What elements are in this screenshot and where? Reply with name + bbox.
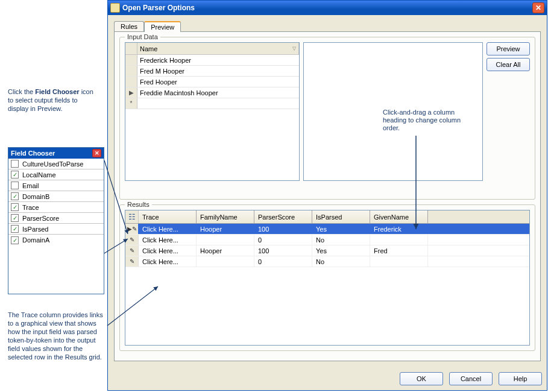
cell-familyname: Hooper (197, 245, 254, 256)
input-data-label: Input Data (125, 33, 160, 40)
results-row[interactable]: ▶✎ Click Here... Hooper 100 Yes Frederic… (125, 224, 529, 235)
field-chooser-item[interactable]: ✓DomainB (8, 191, 104, 202)
cell-givenname (370, 256, 428, 267)
tab-rules[interactable]: Rules (114, 21, 144, 32)
dialog-title: Open Parser Options (122, 4, 195, 12)
field-chooser-titlebar[interactable]: Field Chooser ✕ (8, 148, 104, 159)
field-chooser-label: CultureUsedToParse (22, 160, 84, 168)
results-group: Results ☷ Trace FamilyName ParserScore I… (119, 204, 535, 351)
row-icon: ✎ (125, 245, 139, 256)
row-marker: ▶ (125, 87, 137, 98)
field-chooser-label: DomainB (22, 193, 49, 200)
cell-trace[interactable]: Click Here... (139, 256, 197, 267)
checkbox[interactable]: ✓ (11, 236, 19, 244)
row-marker: * (125, 98, 137, 109)
row-marker (125, 55, 137, 65)
checkbox[interactable]: ✓ (11, 171, 19, 179)
tab-preview[interactable]: Preview (144, 21, 181, 32)
input-cell[interactable]: Freddie Macintosh Hooper (137, 89, 299, 96)
cell-familyname: Hooper (197, 224, 254, 234)
window-close-button[interactable]: ✕ (532, 2, 544, 13)
cell-givenname: Fred (370, 245, 428, 256)
results-col-isparsed[interactable]: IsParsed (312, 210, 370, 223)
cell-familyname (197, 256, 254, 267)
checkbox[interactable] (11, 160, 19, 168)
input-row[interactable]: * (125, 98, 299, 109)
input-grid[interactable]: Name ▽ Frederick Hooper Fred M Hooper Fr… (125, 42, 300, 181)
checkbox[interactable]: ✓ (11, 192, 19, 200)
results-label: Results (125, 201, 152, 208)
field-chooser-title: Field Chooser (11, 150, 55, 157)
field-chooser-label: IsParsed (22, 226, 48, 233)
input-data-group: Input Data Name ▽ Frederick Hooper (119, 37, 535, 200)
cell-trace[interactable]: Click Here... (139, 245, 197, 256)
row-marker (125, 77, 137, 87)
results-row[interactable]: ✎ Click Here... Hooper 100 Yes Fred (125, 245, 529, 256)
results-grid[interactable]: ☷ Trace FamilyName ParserScore IsParsed … (125, 210, 530, 346)
input-row[interactable]: Fred Hooper (125, 77, 299, 87)
field-chooser-item[interactable]: ✓IsParsed (8, 224, 104, 235)
cell-isparsed: Yes (312, 245, 370, 256)
clear-all-button[interactable]: Clear All (487, 58, 530, 71)
results-col-familyname[interactable]: FamilyName (197, 210, 254, 223)
cell-isparsed: No (312, 235, 370, 245)
results-col-parserscore[interactable]: ParserScore (254, 210, 312, 223)
cell-parserscore: 0 (254, 256, 312, 267)
results-col-givenname[interactable]: GivenName (370, 210, 428, 223)
annotation-drag-hint: Click-and-drag a column heading to chang… (383, 109, 461, 132)
results-row[interactable]: ✎ Click Here... 0 No (125, 256, 529, 267)
annotation-trace-column: The Trace column provides links to a gra… (8, 311, 107, 361)
row-icon: ✎ (125, 256, 139, 267)
results-row[interactable]: ✎ Click Here... 0 No (125, 235, 529, 245)
help-button[interactable]: Help (499, 372, 542, 385)
cell-parserscore: 100 (254, 224, 312, 234)
cell-isparsed: No (312, 256, 370, 267)
results-col-trace[interactable]: Trace (139, 210, 197, 223)
field-chooser-label: DomainA (22, 236, 49, 244)
field-chooser-label: Email (22, 182, 39, 189)
row-icon: ✎ (125, 235, 139, 245)
field-chooser-item[interactable]: CultureUsedToParse (8, 159, 104, 169)
checkbox[interactable]: ✓ (11, 214, 19, 222)
checkbox[interactable] (11, 182, 19, 189)
preview-button[interactable]: Preview (487, 42, 530, 55)
row-icon: ▶✎ (125, 224, 139, 234)
cell-isparsed: Yes (312, 224, 370, 234)
checkbox[interactable]: ✓ (11, 225, 19, 233)
cell-parserscore: 0 (254, 235, 312, 245)
sort-icon: ▽ (292, 46, 296, 51)
tab-strip: Rules Preview (114, 21, 541, 32)
dialog-titlebar[interactable]: Open Parser Options ✕ (108, 1, 547, 15)
cell-trace[interactable]: Click Here... (139, 235, 197, 245)
ok-button[interactable]: OK (400, 372, 443, 385)
input-cell[interactable]: Fred M Hooper (137, 68, 299, 75)
input-row[interactable]: ▶Freddie Macintosh Hooper (125, 87, 299, 98)
close-icon[interactable]: ✕ (92, 149, 101, 157)
field-chooser-item[interactable]: Email (8, 180, 104, 191)
field-chooser-item[interactable]: ✓ParserScore (8, 213, 104, 224)
checkbox[interactable]: ✓ (11, 203, 19, 211)
tab-panel-preview: Input Data Name ▽ Frederick Hooper (114, 31, 541, 361)
input-cell[interactable]: Fred Hooper (137, 78, 299, 86)
cell-parserscore: 100 (254, 245, 312, 256)
field-chooser-list: CultureUsedToParse ✓LocalName Email ✓Dom… (8, 159, 104, 245)
app-icon (110, 3, 120, 13)
dialog-footer: OK Cancel Help (108, 367, 547, 390)
field-chooser-item[interactable]: ✓LocalName (8, 169, 104, 180)
input-column-name[interactable]: Name ▽ (137, 43, 299, 54)
input-cell[interactable]: Frederick Hooper (137, 57, 299, 64)
cancel-button[interactable]: Cancel (449, 372, 493, 385)
field-chooser-item[interactable]: ✓Trace (8, 202, 104, 213)
cell-givenname: Frederick (370, 224, 428, 234)
input-row[interactable]: Fred M Hooper (125, 66, 299, 77)
row-marker (125, 66, 137, 76)
cell-familyname (197, 235, 254, 245)
field-chooser-icon[interactable]: ☷ (125, 210, 139, 223)
parser-options-dialog: Open Parser Options ✕ Rules Preview Inpu… (107, 0, 547, 391)
cell-trace[interactable]: Click Here... (139, 224, 197, 234)
field-chooser-item[interactable]: ✓DomainA (8, 235, 104, 245)
annotation-field-chooser: Click the Field Chooser icon to select o… (8, 87, 98, 113)
input-row[interactable]: Frederick Hooper (125, 55, 299, 66)
field-chooser-popup: Field Chooser ✕ CultureUsedToParse ✓Loca… (8, 147, 104, 294)
cell-givenname (370, 235, 428, 245)
